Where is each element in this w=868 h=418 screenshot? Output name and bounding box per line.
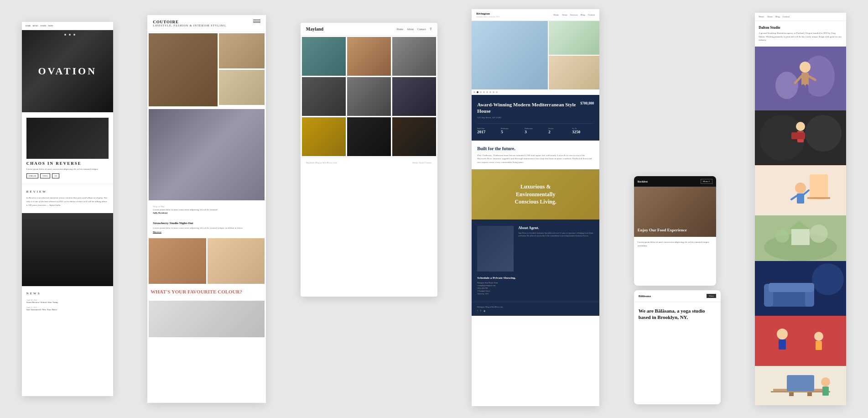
m1-news-title-text: Guest Review: School After Today <box>26 301 109 303</box>
m7-nav-contact[interactable]: Contact <box>783 16 790 18</box>
m4-facebook-icon: f <box>477 309 478 312</box>
svg-point-21 <box>810 225 828 243</box>
m1-btn[interactable]: VINYL <box>40 173 50 178</box>
m1-nav-item: NEWS <box>48 25 53 27</box>
m2-brand: COUTOIRE LIFESTYLE, FASHION & INTERIOR S… <box>153 20 227 27</box>
m7-illus-blue-dark <box>755 261 846 316</box>
m3-nav-home[interactable]: Home <box>396 28 403 31</box>
m7-nav-about[interactable]: About <box>767 16 773 18</box>
svg-rect-14 <box>807 197 830 199</box>
m7-illus-light-svg <box>755 366 846 406</box>
m3-photo-2 <box>347 37 391 76</box>
svg-rect-13 <box>810 174 828 199</box>
m4-white-section: Built for the future. This 5 bedroom, 3 … <box>472 141 599 170</box>
m3-social-icon: 𝕋 <box>430 27 432 31</box>
m7-illus-peach-svg <box>755 165 846 215</box>
m1-btn[interactable]: CD <box>52 173 59 178</box>
m4-nav-services[interactable]: Services <box>570 14 578 16</box>
m7-illus-red <box>755 316 846 366</box>
m1-nav-item: TOURS <box>40 25 46 27</box>
m5-logo: Rockfest <box>638 180 648 183</box>
m6-content: We are Bālāsana, a yoga studio based in … <box>634 302 721 326</box>
m2-pink-text: WHAT'S YOUR FAVOURITE COLOUR? <box>149 285 265 298</box>
m4-dark-inner: Award-Winning Modern Mediterranean Style… <box>477 101 594 134</box>
m1-btn[interactable]: STREAM <box>26 173 38 178</box>
m3-nav-contact[interactable]: Contact <box>417 28 426 31</box>
m1-dark-bg <box>22 213 113 286</box>
m4-nav-blog[interactable]: Blog <box>581 14 585 16</box>
svg-point-32 <box>814 332 823 341</box>
m7-nav-home[interactable]: Home <box>759 16 764 18</box>
m6-view-btn[interactable]: View <box>707 294 716 298</box>
m4-instagram-icon: ◉ <box>483 309 485 312</box>
svg-rect-35 <box>771 391 830 392</box>
svg-rect-22 <box>791 229 810 245</box>
m7-illus-blue-svg <box>755 261 846 316</box>
m4-dot <box>496 91 498 93</box>
m2-studio-title: Strawberry Studio Night-Out <box>153 221 260 225</box>
m7-illus-blocks <box>755 47 846 406</box>
svg-rect-12 <box>791 132 805 139</box>
m7-studio-desc: A ground-breaking illustration agency in… <box>759 31 842 42</box>
m6-header: Bālāsana View <box>634 290 721 302</box>
m1-section-image <box>26 118 109 159</box>
m4-nav-about[interactable]: About <box>562 14 568 16</box>
m4-dot <box>480 91 482 93</box>
m1-news-item: April 28, 2021 Guest Review: School Afte… <box>26 299 109 303</box>
m3-photo-9 <box>392 117 436 156</box>
m4-stat-value: 5 <box>501 130 523 134</box>
m3-nav-about[interactable]: About <box>407 28 414 31</box>
svg-rect-33 <box>816 341 822 350</box>
mockup-dalton: Home About Blog Contact Dalton Studio A … <box>755 13 846 405</box>
m2-studio-text: Lorem ipsum dolor sit amet consectetur a… <box>153 226 260 230</box>
m4-stat-value: 3 <box>525 130 546 134</box>
m2-img-sm2 <box>219 70 265 105</box>
m7-nav-blog[interactable]: Blog <box>775 16 780 18</box>
m4-hero-sm1 <box>549 21 599 55</box>
mockup-food: Rockfest Menu ≡ Enjoy Our Food Experienc… <box>634 176 716 286</box>
m2-img-b1 <box>149 238 206 284</box>
m1-section1: Chaos In Reverse Lorem ipsum dolor sit a… <box>22 112 113 184</box>
svg-point-1 <box>775 72 798 99</box>
m2-bottom-grid: WHAT'S YOUR FAVOURITE COLOUR? <box>147 237 266 299</box>
svg-rect-3 <box>801 73 809 85</box>
m1-dot <box>60 34 62 36</box>
m5-menu-btn[interactable]: Menu ≡ <box>701 179 712 184</box>
svg-rect-36 <box>787 375 814 391</box>
m4-footer: Rivington. Blog at WordPress.com. f 𝕋 ◉ <box>472 302 599 316</box>
m4-nav-logo: Rivington <box>476 12 499 16</box>
m1-dot <box>73 34 75 36</box>
m4-nav-home[interactable]: Home <box>553 14 559 16</box>
m4-agent-title: About Agent. <box>518 226 594 230</box>
m1-section-text: Lorem ipsum dolor sit amet consectetur a… <box>26 167 109 171</box>
m4-schedule-title: Schedule a Private Showing. <box>477 276 594 280</box>
m5-food-content: Lorem ipsum dolor sit amet consectetur a… <box>634 237 716 251</box>
m4-agent-photo-col <box>477 226 514 272</box>
m1-dot <box>64 34 66 36</box>
m4-built-title: Built for the future. <box>477 146 594 151</box>
m5-food-image: Enjoy Our Food Experience <box>634 187 716 237</box>
m4-stat-bed: Bedrooms 5 <box>501 127 523 134</box>
m4-hero-main <box>472 21 548 89</box>
m3-nav: Home About Contact 𝕋 <box>396 27 431 31</box>
m2-main-img <box>149 109 265 200</box>
m7-illus-dark <box>755 110 846 165</box>
m2-pink-heading: WHAT'S YOUR FAVOURITE COLOUR? <box>151 289 263 294</box>
mockup-rivington: Rivington Example Street, Anytown, USA H… <box>472 9 599 406</box>
m3-photo-4 <box>302 77 346 116</box>
m7-studio-name: Dalton Studio <box>759 26 842 30</box>
m7-illus-peach <box>755 165 846 215</box>
m2-menu-icon[interactable] <box>253 20 260 23</box>
m1-buttons: STREAM VINYL CD <box>26 173 109 178</box>
m2-studio-link[interactable]: Discover <box>153 231 260 233</box>
m2-bottom-img <box>149 301 265 337</box>
m2-logo: COUTOIRE <box>153 20 227 24</box>
m4-gold-section: Luxurious &EnvironmentallyConscious Livi… <box>472 169 599 219</box>
m4-footer-text: Rivington. Blog at WordPress.com. <box>477 306 594 308</box>
m4-nav-contact[interactable]: Contact <box>588 14 595 16</box>
m2-top-grid <box>147 32 266 108</box>
m1-dot <box>69 34 71 36</box>
m1-nav-item: HOME <box>26 25 31 27</box>
main-canvas: HOME MUSIC TOURS NEWS OVATION Chaos In R… <box>0 0 868 418</box>
m2-caption-text: Drop of Play <box>153 205 165 208</box>
